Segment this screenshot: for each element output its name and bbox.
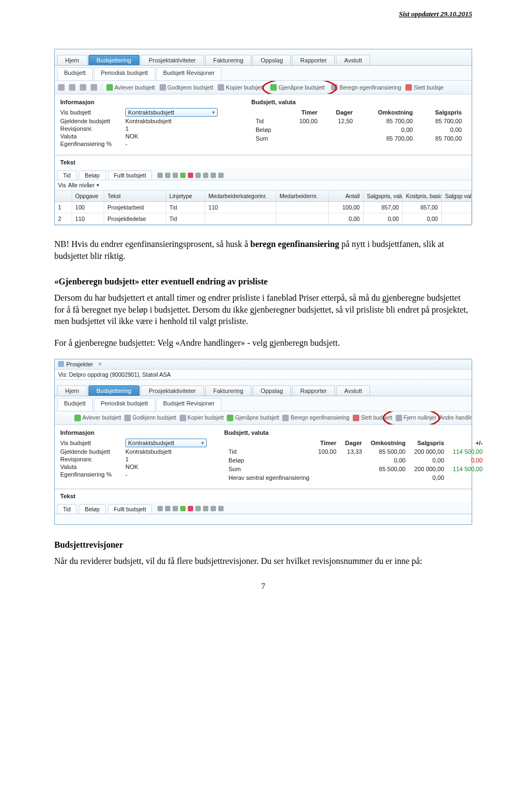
- tab-avslutt[interactable]: Avslutt: [336, 385, 370, 396]
- mini-icon[interactable]: [180, 506, 186, 511]
- tb-kopier[interactable]: Kopier budsjett: [218, 84, 264, 91]
- tb-fjern[interactable]: Fjern nullinjer: [396, 415, 436, 421]
- tab-fakturering[interactable]: Fakturering: [205, 385, 252, 396]
- value-gjeldende: Kontraktsbudsjett: [125, 448, 207, 455]
- mini-icon[interactable]: [203, 506, 208, 511]
- mini-icon[interactable]: [157, 506, 163, 511]
- filter-value[interactable]: Alle nivåer: [68, 182, 94, 188]
- subtab-revisjoner[interactable]: Budsjett Revisjoner: [156, 398, 222, 411]
- bt-tid[interactable]: Tid: [57, 504, 77, 513]
- paragraph-revisjoner: Når du reviderer budsjett, vil du få fle…: [54, 555, 472, 567]
- pane-title[interactable]: Prosjekter: [66, 361, 93, 367]
- tab-prosjektaktiviteter[interactable]: Prosjektaktiviteter: [141, 385, 204, 396]
- grid-row[interactable]: 2110ProsjektledelseTid0,000,000,00: [55, 213, 472, 225]
- label-egenfin: Egenfinansiering %: [60, 471, 125, 478]
- mini-icon[interactable]: [180, 173, 186, 178]
- tb-gjenapne[interactable]: Gjenåpne budsjett: [227, 415, 279, 421]
- info-panel-2: Informasjon Vis budsjett Kontraktsbudsje…: [55, 425, 472, 489]
- main-tabs-2: Hjem Budsjettering Prosjektaktiviteter F…: [55, 380, 472, 396]
- tb-beregn[interactable]: Beregn egenfinansiering: [331, 84, 401, 91]
- paragraph-gjenberegn: Dersom du har budsjettert et antall time…: [54, 292, 472, 327]
- tab-hjem[interactable]: Hjem: [57, 55, 87, 65]
- section-heading-gjenberegn: «Gjenberegn budsjett» etter eventuell en…: [54, 277, 472, 287]
- bt-belop[interactable]: Beløp: [79, 170, 105, 180]
- delete-icon: [353, 415, 359, 421]
- info-title: Informasjon: [60, 429, 207, 436]
- close-icon[interactable]: ✕: [98, 361, 102, 367]
- mini-icon[interactable]: [165, 173, 170, 178]
- tab-rapporter[interactable]: Rapporter: [292, 385, 335, 396]
- calc-icon: [282, 415, 289, 421]
- tb-kopier[interactable]: Kopier budsjett: [180, 415, 224, 421]
- mini-icon[interactable]: [195, 173, 201, 178]
- tb-beregn[interactable]: Beregn egenfinansiering: [282, 415, 349, 421]
- tb-andre-handlinger[interactable]: Andre handlinger▾: [440, 415, 472, 421]
- tab-oppslag[interactable]: Oppslag: [252, 385, 291, 396]
- dropdown-vis-budsjett[interactable]: Kontraktsbudsjett▾: [125, 108, 218, 117]
- tb-avlever[interactable]: Avlever budsjett: [106, 84, 155, 91]
- tab-budsjettering[interactable]: Budsjettering: [88, 55, 139, 65]
- grid-row[interactable]: 1100ProsjektarbeidTid110100,00857,00857,…: [55, 202, 472, 213]
- remove-icon: [396, 415, 402, 421]
- subtab-budsjett[interactable]: Budsjett: [57, 67, 93, 80]
- info-panel: Informasjon Vis budsjett Kontraktsbudsje…: [55, 94, 472, 155]
- subtab-revisjoner[interactable]: Budsjett Revisjoner: [156, 67, 222, 80]
- tab-oppslag[interactable]: Oppslag: [252, 55, 291, 65]
- tab-hjem[interactable]: Hjem: [57, 385, 87, 396]
- mini-icon[interactable]: [157, 173, 163, 178]
- tb-avlever[interactable]: Avlever budsjett: [74, 415, 121, 421]
- mini-icon[interactable]: [218, 173, 224, 178]
- subtab-periodisk[interactable]: Periodisk budsjett: [94, 398, 155, 411]
- bt-fullt[interactable]: Fullt budsjett: [108, 504, 153, 513]
- mini-icon[interactable]: [188, 173, 193, 178]
- value-valuta: NOK: [125, 133, 234, 139]
- mini-icon[interactable]: [173, 506, 178, 511]
- tab-prosjektaktiviteter[interactable]: Prosjektaktiviteter: [141, 55, 204, 65]
- label-revisjon: Revisjonsnr.: [60, 456, 125, 462]
- tb-godkjenn[interactable]: Godkjenn budsjett: [124, 415, 176, 421]
- reopen-icon: [227, 415, 233, 421]
- label-valuta: Valuta: [60, 133, 125, 139]
- bt-fullt[interactable]: Fullt budsjett: [108, 170, 153, 180]
- approve-icon: [160, 84, 166, 91]
- tab-rapporter[interactable]: Rapporter: [292, 55, 335, 65]
- value-valuta: NOK: [125, 464, 207, 470]
- bt-tid[interactable]: Tid: [57, 170, 77, 180]
- mini-icon[interactable]: [195, 506, 201, 511]
- paragraph-andre-handlinger: For å gjenberegne budsjettet: Velg «Andr…: [54, 337, 472, 349]
- toolbar-icon[interactable]: [69, 84, 75, 91]
- tab-avslutt[interactable]: Avslutt: [336, 55, 370, 65]
- bottom-tabs: Tid Beløp Fullt budsjett: [55, 169, 472, 180]
- tab-budsjettering[interactable]: Budsjettering: [88, 385, 139, 396]
- toolbar-icon[interactable]: [80, 84, 86, 91]
- toolbar-icon[interactable]: [91, 84, 97, 91]
- mini-icon[interactable]: [203, 173, 208, 178]
- mini-toolbar: [157, 173, 224, 178]
- subtab-budsjett[interactable]: Budsjett: [57, 398, 93, 411]
- tab-fakturering[interactable]: Fakturering: [205, 55, 252, 65]
- valuta-title: Budsjett, valuta: [251, 99, 466, 105]
- label-gjeldende: Gjeldende budsjett: [60, 448, 125, 455]
- toolbar-icon[interactable]: [58, 84, 65, 91]
- tb-godkjenn[interactable]: Godkjenn budsjett: [160, 84, 214, 91]
- label-revisjon: Revisjonsnr.: [60, 125, 125, 132]
- mini-icon[interactable]: [218, 506, 224, 511]
- mini-icon[interactable]: [211, 173, 216, 178]
- delete-icon: [405, 84, 412, 91]
- main-tabs: Hjem Budsjettering Prosjektaktiviteter F…: [55, 49, 472, 66]
- tb-slett[interactable]: Slett budsje: [405, 84, 443, 91]
- vis-breadcrumb: Vis: Delpro oppdrag (90002901), Statoil …: [55, 370, 472, 380]
- tb-gjenapne[interactable]: Gjenåpne budsjett: [268, 84, 327, 91]
- mini-icon[interactable]: [188, 506, 193, 511]
- subtab-periodisk[interactable]: Periodisk budsjett: [94, 67, 155, 80]
- bt-belop[interactable]: Beløp: [79, 504, 105, 513]
- chevron-down-icon: ▾: [212, 110, 215, 115]
- header-updated: Sist oppdatert 29.10.2015: [399, 10, 472, 18]
- mini-icon[interactable]: [211, 506, 216, 511]
- mini-icon[interactable]: [173, 173, 178, 178]
- tekst-label: Tekst: [55, 489, 472, 503]
- tb-slett[interactable]: Slett budsjett: [353, 415, 392, 421]
- reopen-icon: [270, 84, 277, 91]
- mini-icon[interactable]: [165, 506, 170, 511]
- dropdown-vis-budsjett[interactable]: Kontraktsbudsjett▾: [125, 439, 207, 447]
